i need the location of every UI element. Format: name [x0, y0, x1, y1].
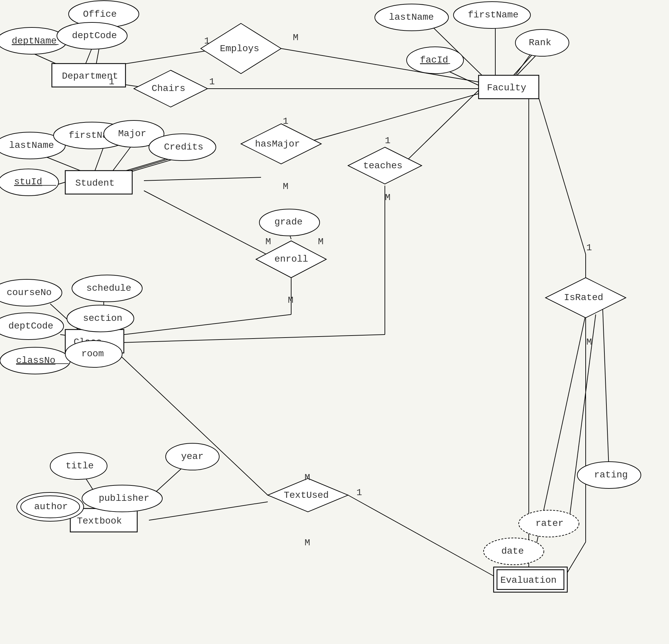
attr-credits-label: Credits [164, 142, 203, 152]
attr-lastname-fac-label: lastName [389, 12, 434, 23]
card-class-m: M [288, 295, 294, 305]
attr-classno-label: classNo [16, 355, 56, 366]
attr-rater-label: rater [536, 518, 564, 529]
attr-rating-label: rating [594, 470, 628, 480]
card-teaches-m: M [385, 192, 390, 203]
attr-office-label: Office [83, 9, 117, 19]
rel-employs-label: Employs [220, 43, 259, 54]
card-chairs-1-right: 1 [209, 76, 215, 87]
card-enroll-m1: M [266, 237, 271, 247]
rel-israted-label: IsRated [564, 292, 603, 303]
card-chairs-1-left: 1 [109, 76, 114, 87]
card-enroll-m2: M [318, 237, 324, 247]
attr-date-label: date [501, 546, 524, 556]
card-hasmajor-1: 1 [283, 116, 288, 127]
attr-year-label: year [181, 451, 203, 462]
card-textused-m2: M [304, 538, 310, 548]
card-employs-m: M [293, 32, 299, 43]
entity-student-label: Student [75, 178, 115, 188]
card-hasmajor-m: M [283, 181, 288, 192]
rel-hasmajor-label: hasMajor [255, 139, 300, 149]
attr-author-label: author [34, 501, 68, 512]
attr-room-label: room [81, 348, 104, 359]
entity-evaluation-label: Evaluation [500, 575, 557, 585]
rel-textused-label: TextUsed [284, 490, 329, 500]
attr-deptcode-label: deptCode [72, 30, 117, 41]
attr-lastname-stu-label: lastName [9, 140, 54, 151]
card-teaches-1: 1 [385, 135, 390, 146]
card-textused-1: 1 [356, 487, 362, 498]
rel-enroll-label: enroll [274, 254, 308, 264]
rel-chairs-label: Chairs [152, 83, 185, 94]
card-employs-1: 1 [204, 36, 210, 46]
attr-deptcode-cls-label: deptCode [9, 321, 53, 331]
rel-teaches-label: teaches [363, 161, 403, 171]
attr-schedule-label: schedule [86, 283, 131, 294]
attr-title-label: title [66, 461, 94, 471]
entity-faculty-label: Faculty [487, 83, 526, 93]
card-israted-m: M [586, 337, 592, 347]
attr-publisher-label: publisher [99, 493, 149, 503]
attr-major-label: Major [118, 128, 146, 139]
card-israted-1: 1 [586, 243, 592, 253]
attr-courseno-label: courseNo [7, 287, 52, 298]
attr-grade-label: grade [274, 217, 302, 227]
entity-textbook-label: Textbook [77, 516, 122, 526]
attr-rank-label: Rank [529, 38, 551, 48]
attr-firstname-fac-label: firstName [468, 10, 518, 20]
card-textused-m1: M [304, 472, 310, 483]
attr-section-label: section [83, 313, 123, 324]
